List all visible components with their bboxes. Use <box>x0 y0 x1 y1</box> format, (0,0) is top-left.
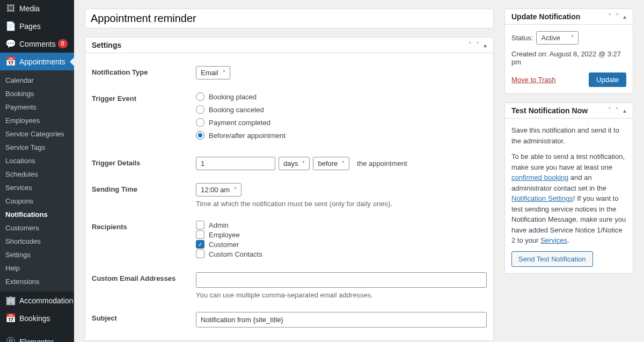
submenu-coupons[interactable]: Coupons <box>0 194 74 208</box>
checkbox-icon <box>196 230 204 239</box>
test-p2: To be able to send a test notification, … <box>511 151 626 246</box>
trigger-details-label: Trigger Details <box>92 157 196 170</box>
elementor-icon: ⓔ <box>5 336 16 342</box>
submenu-locations[interactable]: Locations <box>0 154 74 168</box>
radio-payment-completed[interactable]: Payment completed <box>196 118 487 127</box>
trigger-event-label: Trigger Event <box>92 92 196 144</box>
submenu-schedules[interactable]: Schedules <box>0 168 74 181</box>
calendar-icon: 📅 <box>5 56 16 67</box>
sending-time-help: Time at which the notification must be s… <box>196 200 487 208</box>
move-down-icon[interactable]: ˅ <box>616 13 619 20</box>
admin-sidebar: 🖼 Media 📄 Pages 💬 Comments 8 📅 Appointme… <box>0 0 74 342</box>
submenu-customers[interactable]: Customers <box>0 221 74 235</box>
radio-icon <box>196 92 204 101</box>
submenu-payments[interactable]: Payments <box>0 100 74 114</box>
sending-time-label: Sending Time <box>92 183 196 208</box>
checkbox-employee[interactable]: Employee <box>196 230 487 239</box>
settings-heading: Settings <box>92 41 121 49</box>
checkbox-customer[interactable]: ✓ Customer <box>196 240 487 249</box>
chevron-down-icon: ˅ <box>234 187 237 193</box>
status-select[interactable]: Active ˅ <box>536 31 578 45</box>
sidebar-item-accommodation[interactable]: 🏢 Accommodation <box>0 292 74 309</box>
submenu-calendar[interactable]: Calendar <box>0 74 74 87</box>
radio-icon <box>196 105 204 114</box>
move-down-icon[interactable]: ˅ <box>616 107 619 114</box>
sidebar-item-pages[interactable]: 📄 Pages <box>0 17 74 35</box>
sidebar-item-label: Media <box>19 4 40 13</box>
test-header: Test Notification Now ˄ ˅ ▴ <box>505 103 633 119</box>
sidebar-item-label: Appointments <box>19 57 65 66</box>
test-body: Save this notification and send it to th… <box>505 119 633 273</box>
radio-booking-placed[interactable]: Booking placed <box>196 92 487 101</box>
radio-icon <box>196 118 204 127</box>
move-up-icon[interactable]: ˄ <box>608 13 611 20</box>
toggle-panel-icon[interactable]: ▴ <box>484 41 487 49</box>
sidebar-item-bookings-2[interactable]: 📅 Bookings <box>0 309 74 327</box>
checkbox-icon <box>196 221 204 229</box>
submenu-service-categories[interactable]: Service Categories <box>0 127 74 141</box>
postbox-controls: ˄ ˅ ▴ <box>469 41 487 49</box>
chevron-down-icon: ˅ <box>342 161 345 166</box>
checkbox-admin[interactable]: Admin <box>196 221 487 229</box>
trigger-count-input[interactable] <box>196 157 275 170</box>
move-to-trash-link[interactable]: Move to Trash <box>511 76 555 84</box>
notification-settings-link[interactable]: Notification Settings <box>511 194 573 202</box>
checkbox-custom-contacts[interactable]: Custom Contacts <box>196 250 487 258</box>
submenu-service-tags[interactable]: Service Tags <box>0 141 74 154</box>
update-postbox: Update Notification ˄ ˅ ▴ Status: Active… <box>504 9 633 94</box>
test-p1: Save this notification and send it to th… <box>511 125 626 146</box>
comments-icon: 💬 <box>5 39 16 49</box>
custom-email-label: Custom Email Addresses <box>92 272 196 299</box>
move-up-icon[interactable]: ˄ <box>469 41 472 49</box>
radio-before-after[interactable]: Before/after appointment <box>196 131 487 140</box>
media-icon: 🖼 <box>5 4 16 13</box>
custom-email-help: You can use multiple comma-separated ema… <box>196 291 487 299</box>
submenu-shortcodes[interactable]: Shortcodes <box>0 235 74 248</box>
settings-header: Settings ˄ ˅ ▴ <box>85 38 493 53</box>
radio-booking-canceled[interactable]: Booking canceled <box>196 105 487 114</box>
settings-postbox: Settings ˄ ˅ ▴ Notification Type Email ˅ <box>85 37 494 341</box>
custom-email-input[interactable] <box>196 272 487 288</box>
submenu-notifications[interactable]: Notifications <box>0 208 74 221</box>
sidebar-item-elementor[interactable]: ⓔ Elementor <box>0 332 74 342</box>
send-test-button[interactable]: Send Test Notification <box>511 251 593 267</box>
submenu-help[interactable]: Help <box>0 261 74 275</box>
comments-badge: 8 <box>58 39 68 48</box>
notification-title-input[interactable] <box>85 9 494 28</box>
postbox-controls: ˄ ˅ ▴ <box>608 13 626 20</box>
sidebar-item-label: Comments <box>19 40 56 48</box>
update-button[interactable]: Update <box>589 72 626 87</box>
test-postbox: Test Notification Now ˄ ˅ ▴ Save this no… <box>504 103 633 274</box>
toggle-panel-icon[interactable]: ▴ <box>623 107 626 114</box>
test-heading: Test Notification Now <box>511 106 588 115</box>
trigger-unit-select[interactable]: days ˅ <box>279 157 310 170</box>
submenu-settings[interactable]: Settings <box>0 248 74 261</box>
notification-type-select[interactable]: Email ˅ <box>196 66 230 79</box>
trigger-relative-select[interactable]: before ˅ <box>313 157 349 170</box>
sidebar-item-comments[interactable]: 💬 Comments 8 <box>0 35 74 53</box>
radio-icon <box>196 131 204 140</box>
toggle-panel-icon[interactable]: ▴ <box>623 13 626 20</box>
subject-input[interactable] <box>196 312 487 328</box>
move-up-icon[interactable]: ˄ <box>608 107 611 114</box>
submenu-extensions[interactable]: Extensions <box>0 275 74 288</box>
submenu-services[interactable]: Services <box>0 181 74 194</box>
notification-type-label: Notification Type <box>92 66 196 79</box>
trigger-suffix: the appointment <box>357 159 407 168</box>
sidebar-item-media[interactable]: 🖼 Media <box>0 0 74 17</box>
confirmed-booking-link[interactable]: confirmed booking <box>511 173 568 181</box>
submenu-bookings[interactable]: Bookings <box>0 87 74 100</box>
pages-icon: 📄 <box>5 21 16 31</box>
services-link[interactable]: Services <box>540 236 567 244</box>
chevron-down-icon: ˅ <box>571 35 574 41</box>
settings-body: Notification Type Email ˅ Trigger Event … <box>85 53 493 340</box>
submenu-employees[interactable]: Employees <box>0 114 74 127</box>
move-down-icon[interactable]: ˅ <box>476 41 479 49</box>
recipients-label: Recipients <box>92 221 196 259</box>
side-column: Update Notification ˄ ˅ ▴ Status: Active… <box>504 0 633 342</box>
sidebar-item-appointments[interactable]: 📅 Appointments <box>0 53 74 70</box>
postbox-controls: ˄ ˅ ▴ <box>608 107 626 114</box>
sending-time-select[interactable]: 12:00 am ˅ <box>196 183 241 197</box>
update-body: Status: Active ˅ Created on: August 8, 2… <box>505 25 633 93</box>
chevron-down-icon: ˅ <box>223 70 225 76</box>
